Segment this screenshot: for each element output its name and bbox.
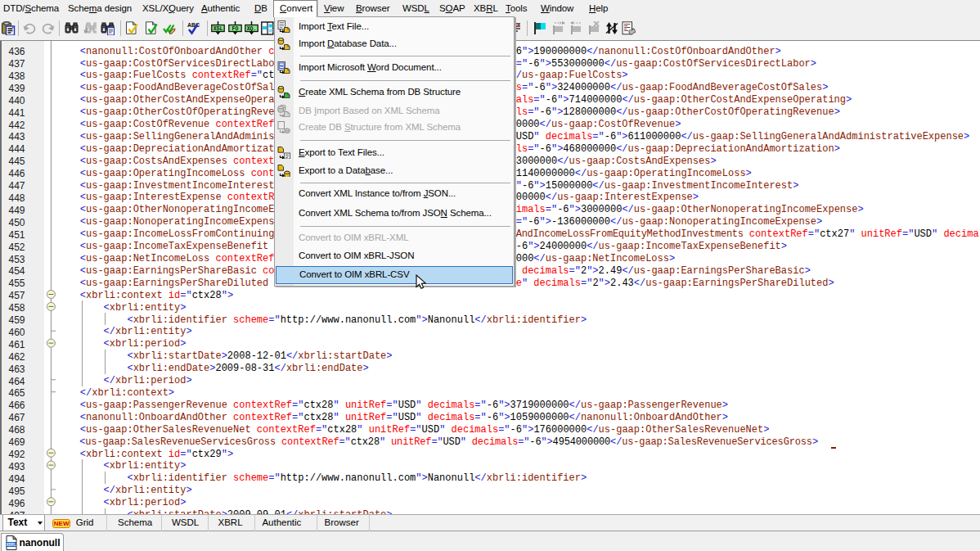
svg-text:XQ.: XQ. (247, 26, 257, 32)
svg-text:XSL: XSL (214, 26, 223, 32)
svg-text:w: w (279, 63, 284, 68)
svg-text:XBRL: XBRL (6, 542, 16, 546)
svg-text:FO: FO (232, 26, 239, 32)
